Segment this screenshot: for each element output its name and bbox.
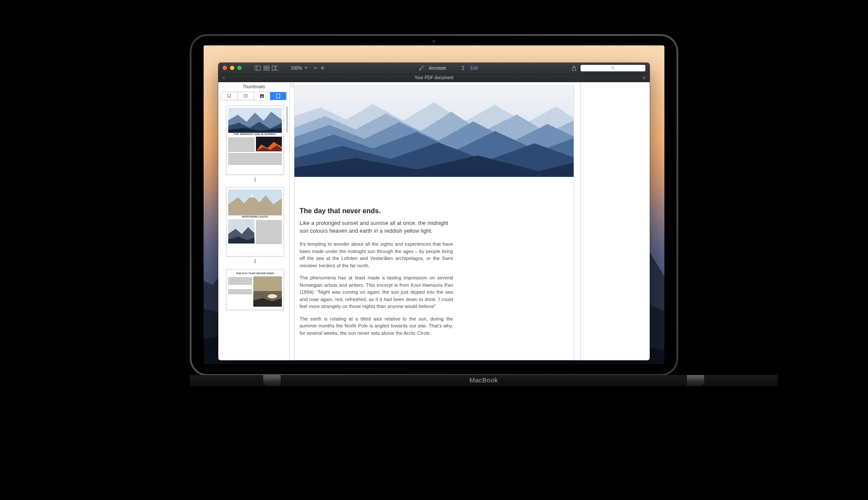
new-tab-button[interactable] (642, 76, 646, 80)
share-icon[interactable] (571, 65, 577, 71)
camera-dot (432, 40, 436, 44)
inspector-panel (581, 82, 650, 360)
window-controls (223, 66, 242, 70)
app-window: 100% (218, 63, 650, 360)
document-paragraph-1: It's tempting to wonder about all the si… (300, 240, 453, 269)
sidebar-seg-annotations[interactable]: A (254, 92, 270, 100)
screen-outer: 100% (190, 34, 678, 376)
thumb-1-number: 1 (226, 177, 284, 182)
zoom-in-button[interactable] (319, 65, 326, 71)
svg-line-16 (613, 68, 615, 70)
document-text: The day that never ends. Like a prolonge… (300, 207, 453, 342)
svg-rect-6 (272, 66, 275, 70)
tab-close-button[interactable] (218, 76, 229, 80)
hero-image (294, 86, 574, 177)
thumbnails-list: THE MIDNIGHT SUN IN NORWAY (218, 103, 289, 360)
page-corner-handle[interactable] (290, 83, 294, 87)
search-input[interactable] (581, 65, 645, 71)
thumb-3-title: THE DAY THAT NEVER ENDS (228, 272, 282, 275)
search-icon (611, 66, 615, 70)
document-heading: The day that never ends. (300, 207, 453, 215)
svg-point-36 (268, 294, 277, 298)
document-canvas[interactable]: The day that never ends. Like a prolonge… (290, 82, 581, 360)
svg-point-23 (244, 96, 245, 96)
document-paragraph-2: The phenomena has at least made a lastin… (300, 274, 453, 310)
sidebar-toggle-icon[interactable] (255, 65, 261, 71)
sidebar-scrollbar[interactable] (286, 106, 288, 132)
macbook-hinge: MacBook (190, 375, 778, 386)
svg-point-21 (244, 94, 245, 95)
screen-bezel: 100% (191, 36, 677, 374)
svg-rect-5 (267, 68, 269, 70)
svg-rect-35 (253, 276, 282, 291)
sidebar-title: Thumbnails (218, 82, 289, 92)
svg-point-15 (611, 66, 614, 69)
annotate-label: Annotate (429, 66, 446, 71)
macbook-frame: 100% (190, 34, 678, 386)
pdf-page: The day that never ends. Like a prolonge… (294, 86, 574, 360)
edit-button[interactable]: Edit (460, 65, 478, 71)
sidebar-seg-outline[interactable] (237, 92, 254, 100)
sidebar: Thumbnails A (218, 82, 290, 360)
annotate-icon (418, 65, 424, 71)
edit-label: Edit (470, 66, 478, 71)
edit-icon (460, 65, 466, 71)
thumbnail-page-3[interactable]: THE DAY THAT NEVER ENDS (226, 269, 284, 310)
tab-title[interactable]: Your PDF document (415, 75, 453, 80)
svg-text:A: A (261, 95, 263, 98)
document-lead: Like a prolonged sunset and sunrise all … (300, 219, 453, 236)
svg-rect-3 (267, 66, 269, 67)
thumb-2-number: 2 (226, 259, 284, 264)
thumb-2-title: NORTHERN LIGHTS (228, 215, 282, 218)
tab-bar: Your PDF document (218, 74, 650, 82)
document-paragraph-3: The earth is rotating at a tilted axis r… (300, 315, 453, 337)
svg-rect-0 (255, 66, 261, 70)
window-zoom-button[interactable] (237, 66, 242, 70)
zoom-dropdown-icon[interactable] (303, 65, 309, 71)
thumbnail-page-1[interactable]: THE MIDNIGHT SUN IN NORWAY (226, 106, 284, 175)
toolbar: 100% (218, 63, 650, 74)
zoom-level-label[interactable]: 100% (291, 66, 302, 71)
zoom-out-button[interactable] (313, 65, 319, 71)
svg-rect-4 (264, 68, 266, 70)
view-grid-icon[interactable] (263, 65, 269, 71)
sidebar-seg-bookmarks[interactable] (221, 92, 237, 100)
thumbnail-page-2[interactable]: NORTHERN LIGHTS (226, 187, 284, 256)
svg-rect-29 (277, 94, 280, 98)
svg-point-25 (244, 97, 245, 98)
sidebar-seg-thumbnails[interactable] (270, 92, 286, 100)
window-close-button[interactable] (223, 66, 227, 70)
thumb-1-title: THE MIDNIGHT SUN IN NORWAY (228, 133, 282, 135)
window-minimize-button[interactable] (230, 66, 234, 70)
macbook-label: MacBook (469, 376, 498, 384)
svg-rect-7 (276, 66, 278, 70)
annotate-button[interactable]: Annotate (418, 65, 446, 71)
view-double-icon[interactable] (272, 65, 278, 71)
sidebar-view-segmented: A (221, 92, 287, 100)
desktop: 100% (204, 45, 664, 364)
svg-rect-2 (264, 66, 266, 67)
